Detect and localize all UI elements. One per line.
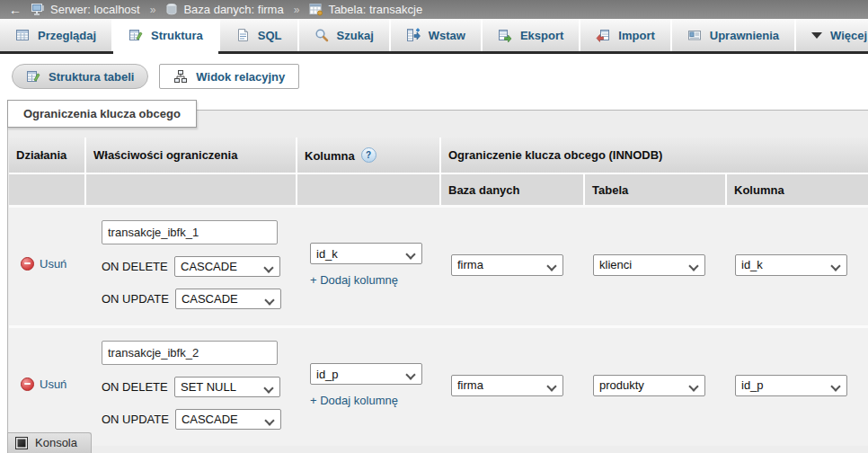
on-update-select[interactable]: CASCADE: [176, 289, 280, 308]
tab-import[interactable]: Import: [580, 19, 671, 51]
console-button[interactable]: Konsola: [7, 432, 92, 453]
col-header-database: Baza danych: [440, 173, 584, 207]
breadcrumb-separator: »: [294, 4, 300, 16]
tab-label: Import: [618, 29, 654, 42]
foreign-column-select[interactable]: id_p: [736, 376, 846, 395]
fieldset-legend: Ograniczenia klucza obcego: [7, 100, 197, 128]
subtab-widok-relacyjny[interactable]: Widok relacyjny: [159, 64, 299, 89]
tab-szukaj[interactable]: Szukaj: [299, 19, 391, 51]
console-label: Konsola: [35, 436, 77, 449]
breadcrumb-database-label: Baza danych: firma: [183, 3, 283, 16]
minus-icon: [21, 378, 34, 391]
delete-label: Usuń: [40, 257, 66, 271]
breadcrumb-table-label: Tabela: transakcje: [328, 3, 422, 16]
help-icon[interactable]: [361, 147, 376, 163]
tab-sql[interactable]: SQL: [220, 19, 299, 51]
tab-label: SQL: [258, 29, 282, 42]
on-update-select[interactable]: CASCADE: [176, 410, 280, 429]
breadcrumb-database[interactable]: Baza danych: firma: [165, 3, 283, 16]
structure-icon: [128, 28, 143, 42]
column-select[interactable]: id_p: [311, 364, 421, 384]
foreign-key-table: Działania Właściwości ograniczenia Kolum…: [9, 138, 868, 446]
on-update-label: ON UPDATE: [102, 292, 169, 306]
insert-icon: [406, 28, 421, 42]
back-arrow-icon[interactable]: ←: [5, 3, 25, 17]
column-select[interactable]: id_k: [311, 244, 421, 263]
col-header-fk-group: Ograniczenie klucza obcego (INNODB): [440, 138, 868, 173]
chevron-down-icon: [811, 32, 822, 39]
constraint-name-input[interactable]: [102, 341, 278, 365]
col-header-empty: [85, 173, 297, 207]
on-delete-label: ON DELETE: [102, 380, 168, 394]
constraint-name-input[interactable]: [102, 220, 278, 244]
tab-label: Uprawnienia: [710, 29, 779, 42]
breadcrumb-table[interactable]: Tabela: transakcje: [309, 3, 422, 16]
tab-bar: Przeglądaj Struktura SQL Szukaj Wstaw Ek…: [0, 19, 868, 54]
table-icon: [309, 3, 323, 16]
breadcrumb-server-label: Serwer: localhost: [50, 3, 140, 16]
foreign-column-select[interactable]: id_k: [736, 255, 846, 275]
tab-label: Struktura: [151, 29, 203, 42]
tab-przegladaj[interactable]: Przeglądaj: [0, 19, 113, 51]
on-update-label: ON UPDATE: [102, 413, 169, 426]
on-delete-select[interactable]: CASCADE: [175, 257, 279, 276]
tab-wiecej[interactable]: Więcej: [796, 19, 868, 51]
import-icon: [596, 28, 610, 42]
add-column-link[interactable]: + Dodaj kolumnę: [310, 394, 398, 407]
tab-uprawnienia[interactable]: Uprawnienia: [672, 19, 796, 51]
database-icon: [165, 3, 178, 16]
structure-icon: [26, 69, 40, 84]
col-header-ref-table: Tabela: [584, 173, 726, 207]
privileges-icon: [687, 28, 702, 42]
tab-label: Eksport: [520, 29, 563, 42]
tab-label: Przeglądaj: [38, 29, 96, 42]
subtab-label: Struktura tabeli: [49, 70, 134, 84]
col-header-ref-column: Kolumna: [726, 173, 868, 207]
tab-label: Więcej: [830, 29, 867, 42]
sql-icon: [235, 28, 250, 42]
tab-label: Wstaw: [429, 29, 465, 42]
on-delete-select[interactable]: SET NULL: [175, 378, 279, 396]
on-delete-label: ON DELETE: [102, 260, 168, 273]
export-icon: [498, 28, 512, 42]
subtab-struktura-tabeli[interactable]: Struktura tabeli: [12, 64, 148, 89]
foreign-key-fieldset: Działania Właściwości ograniczenia Kolum…: [7, 110, 868, 453]
tab-struktura[interactable]: Struktura: [113, 19, 220, 51]
subtab-label: Widok relacyjny: [196, 70, 285, 84]
breadcrumb-separator: »: [150, 4, 156, 16]
fk-constraint-row: Usuń ON DELETECASCADE ON UPDATECASCADE i…: [9, 207, 868, 327]
delete-constraint-link[interactable]: Usuń: [21, 378, 66, 391]
col-header-empty: [9, 173, 85, 207]
browse-icon: [15, 28, 30, 42]
tab-eksport[interactable]: Eksport: [483, 19, 580, 51]
col-header-empty: [297, 173, 440, 207]
tab-label: Szukaj: [337, 29, 374, 42]
breadcrumb: ← Serwer: localhost » Baza danych: firma…: [0, 0, 868, 19]
console-icon: [15, 437, 28, 449]
breadcrumb-server[interactable]: Serwer: localhost: [31, 3, 140, 16]
delete-constraint-link[interactable]: Usuń: [21, 257, 66, 271]
structure-subtabs: Struktura tabeli Widok relacyjny: [0, 54, 868, 89]
col-header-actions: Działania: [9, 138, 85, 173]
foreign-database-select[interactable]: firma: [452, 255, 562, 275]
fk-constraint-row: Usuń ON DELETESET NULL ON UPDATECASCADE …: [9, 327, 868, 447]
foreign-database-select[interactable]: firma: [452, 376, 562, 395]
col-header-constraint-props: Właściwości ograniczenia: [85, 138, 297, 173]
foreign-table-select[interactable]: klienci: [594, 255, 704, 275]
tab-wstaw[interactable]: Wstaw: [391, 19, 483, 51]
delete-label: Usuń: [40, 378, 66, 391]
add-column-link[interactable]: + Dodaj kolumnę: [310, 273, 398, 287]
col-header-column: Kolumna: [297, 138, 440, 173]
relation-view-icon: [173, 69, 188, 84]
col-header-column-label: Kolumna: [305, 149, 355, 163]
minus-icon: [21, 257, 34, 271]
phpmyadmin-window: ← Serwer: localhost » Baza danych: firma…: [0, 0, 868, 453]
server-icon: [31, 3, 45, 16]
search-icon: [314, 28, 329, 42]
foreign-table-select[interactable]: produkty: [594, 376, 704, 395]
